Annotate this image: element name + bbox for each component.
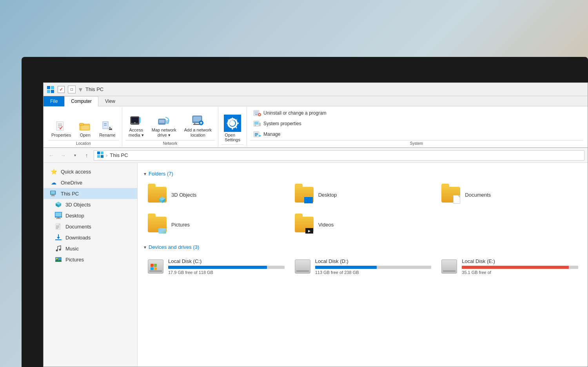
main-area: ⭐ Quick access ☁ OneDrive This P bbox=[44, 163, 588, 367]
drives-grid: Local Disk (C:) 17.9 GB free of 118 GB L… bbox=[144, 255, 581, 278]
address-text: This PC bbox=[110, 152, 128, 158]
address-pc-icon bbox=[97, 152, 103, 159]
drive-name-e: Local Disk (E:) bbox=[462, 258, 578, 264]
sidebar-item-downloads[interactable]: Downloads bbox=[44, 232, 137, 243]
manage-button[interactable]: Manage bbox=[250, 129, 330, 139]
sidebar-item-label-this-pc: This PC bbox=[61, 191, 132, 197]
svg-rect-58 bbox=[51, 195, 55, 196]
drive-item-d[interactable]: Local Disk (D:) 113 GB free of 238 GB bbox=[291, 255, 435, 278]
ribbon: File Computer View bbox=[44, 96, 588, 148]
uninstall-button[interactable]: Uninstall or change a program bbox=[250, 108, 330, 118]
svg-rect-38 bbox=[255, 114, 258, 115]
folder-item-pictures[interactable]: Pictures bbox=[144, 211, 288, 238]
up-button[interactable]: ↑ bbox=[82, 151, 91, 160]
sidebar-item-onedrive[interactable]: ☁ OneDrive bbox=[44, 177, 137, 188]
tab-computer[interactable]: Computer bbox=[64, 96, 98, 106]
sidebar-item-label-3dobjects: 3D Objects bbox=[65, 202, 132, 208]
back-button[interactable]: ← bbox=[47, 151, 56, 160]
svg-rect-70 bbox=[56, 228, 58, 229]
sidebar-item-music[interactable]: Music bbox=[44, 243, 137, 254]
address-separator: › bbox=[106, 152, 107, 158]
svg-rect-28 bbox=[193, 117, 201, 121]
sidebar-item-label-pictures: Pictures bbox=[65, 257, 132, 263]
sidebar-item-quick-access[interactable]: ⭐ Quick access bbox=[44, 166, 137, 177]
window-icon bbox=[47, 86, 54, 93]
sidebar-item-documents[interactable]: Documents bbox=[44, 221, 137, 232]
drive-item-e[interactable]: Local Disk (E:) 35.1 GB free of bbox=[437, 255, 581, 278]
folder-item-videos[interactable]: Videos bbox=[291, 211, 435, 238]
open-settings-button[interactable]: ⚙ OpenSettings bbox=[221, 113, 243, 144]
title-bar: ✓ □ ▾ This PC bbox=[44, 83, 588, 96]
properties-button[interactable]: ✓ Properties bbox=[48, 118, 74, 139]
add-network-label: Add a network location bbox=[184, 128, 212, 138]
svg-rect-24 bbox=[159, 120, 165, 123]
tab-view[interactable]: View bbox=[98, 96, 122, 106]
tab-file[interactable]: File bbox=[44, 96, 64, 106]
folders-toggle[interactable]: ▾ bbox=[144, 171, 146, 177]
folder-item-desktop[interactable]: Desktop bbox=[291, 181, 435, 208]
manage-icon bbox=[253, 130, 261, 138]
titlebar-checkbox[interactable]: ✓ bbox=[58, 86, 65, 93]
access-media-label: Access media ▾ bbox=[129, 128, 144, 138]
sidebar-item-label-onedrive: OneDrive bbox=[61, 180, 132, 186]
titlebar-btn1[interactable]: □ bbox=[68, 86, 76, 93]
desktop-overlay-icon bbox=[304, 197, 313, 203]
svg-point-74 bbox=[59, 249, 61, 251]
onedrive-icon: ☁ bbox=[50, 179, 58, 186]
folders-section-header: ▾ Folders (7) bbox=[144, 171, 581, 177]
manage-label: Manage bbox=[263, 131, 280, 137]
drive-item-c[interactable]: Local Disk (C:) 17.9 GB free of 118 GB bbox=[144, 255, 288, 278]
drive-name-c: Local Disk (C:) bbox=[168, 258, 285, 264]
open-button[interactable]: Open bbox=[76, 118, 94, 139]
sidebar-item-3dobjects[interactable]: 3D Objects bbox=[44, 199, 137, 210]
folders-section-title[interactable]: Folders (7) bbox=[149, 171, 173, 177]
ribbon-content: ✓ Properties bbox=[44, 106, 588, 148]
ribbon-group-system: Uninstall or change a program bbox=[247, 107, 586, 146]
svg-text:✓: ✓ bbox=[59, 125, 64, 131]
system-properties-button[interactable]: System properties bbox=[250, 119, 330, 129]
open-icon bbox=[79, 119, 91, 132]
content-area: ▾ Folders (7) bbox=[138, 163, 588, 367]
svg-rect-56 bbox=[51, 191, 55, 194]
folder-label-documents: Documents bbox=[465, 192, 491, 198]
access-media-button[interactable]: Access media ▾ bbox=[125, 113, 147, 139]
svg-rect-50 bbox=[259, 135, 261, 137]
drive-bar-d bbox=[315, 266, 432, 269]
drive-name-d: Local Disk (D:) bbox=[315, 258, 432, 264]
sidebar-item-this-pc[interactable]: This PC bbox=[44, 188, 137, 199]
location-buttons: ✓ Properties bbox=[48, 108, 119, 139]
sidebar-item-desktop[interactable]: Desktop bbox=[44, 210, 137, 221]
3d-overlay-icon bbox=[158, 196, 166, 204]
drive-bar-fill-d bbox=[315, 266, 377, 269]
rename-button[interactable]: Rename bbox=[96, 118, 119, 139]
address-bar[interactable]: › This PC bbox=[94, 150, 584, 161]
forward-button[interactable]: → bbox=[58, 151, 68, 160]
hdd-icon-d bbox=[295, 259, 310, 274]
drives-section-title[interactable]: Devices and drives (3) bbox=[149, 244, 199, 250]
svg-rect-72 bbox=[55, 239, 62, 240]
folder-label-videos: Videos bbox=[318, 222, 334, 228]
folder-icon-documents bbox=[441, 184, 461, 205]
drives-toggle[interactable]: ▾ bbox=[144, 245, 146, 250]
folder-icon-3dobjects bbox=[147, 184, 167, 205]
settings-gear-icon: ⚙ bbox=[224, 115, 241, 132]
folder-item-documents[interactable]: Documents bbox=[437, 181, 581, 208]
location-group-label: Location bbox=[48, 140, 119, 146]
sidebar-item-label-downloads: Downloads bbox=[65, 235, 132, 241]
svg-rect-0 bbox=[47, 86, 50, 89]
svg-rect-51 bbox=[97, 152, 100, 154]
drive-free-e: 35.1 GB free of bbox=[462, 270, 578, 275]
recent-button[interactable]: ▾ bbox=[70, 151, 80, 160]
folder-item-3dobjects[interactable]: 3D Objects bbox=[144, 181, 288, 208]
pictures-overlay-icon bbox=[158, 228, 166, 234]
svg-rect-1 bbox=[51, 86, 54, 89]
map-drive-button[interactable]: Map network drive ▾ bbox=[149, 113, 180, 139]
svg-rect-52 bbox=[101, 152, 103, 154]
svg-rect-11 bbox=[80, 123, 83, 126]
sidebar-item-pictures[interactable]: Pictures bbox=[44, 254, 137, 265]
svg-rect-66 bbox=[56, 218, 61, 219]
map-drive-label: Map network drive ▾ bbox=[152, 128, 176, 138]
open-label: Open bbox=[80, 133, 91, 138]
add-network-button[interactable]: Add a network location bbox=[181, 113, 215, 139]
documents-icon bbox=[54, 223, 62, 230]
